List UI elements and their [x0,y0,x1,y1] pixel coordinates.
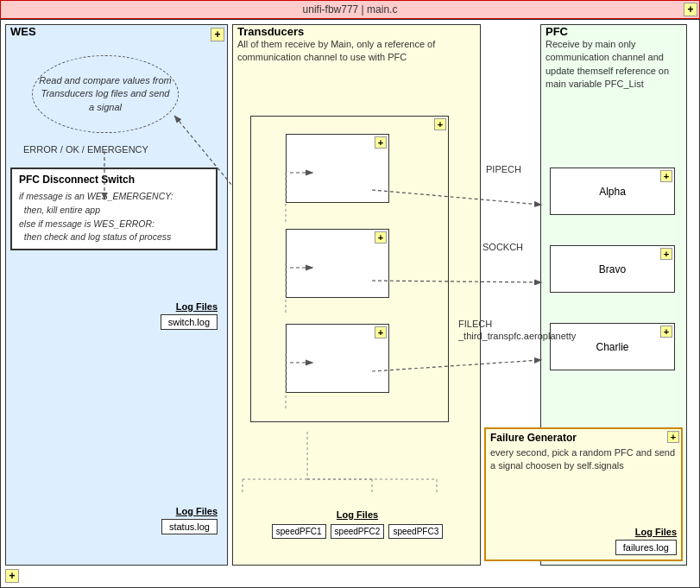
failure-logfiles: Log Files failures.log [615,527,677,555]
alpha-plus-button[interactable]: + [660,170,672,182]
transducer-outer-plus-button[interactable]: + [434,118,446,130]
failure-title: Failure Generator [486,429,681,446]
pfc-disconnect-box: PFC Disconnect Switch if message is an W… [10,168,218,250]
trans-logfiles-title: Log Files [250,509,464,520]
switch-log-box: switch.log [161,314,218,330]
transducers-desc: All of them receive by Main, only a refe… [233,38,480,67]
wes-title: WES [6,22,41,41]
pfc-disconnect-text: if message is an WES_EMERGENCY: then, ki… [19,190,209,244]
wes-logfiles1-title: Log Files [10,301,218,312]
transducer-box-1: + [286,134,389,203]
wes-ellipse-text: Read and compare values from Transducers… [33,70,178,118]
filechan-label: FILECH _third_transpfc.aeroplanetty [458,318,576,343]
speedpfc2-log: speedPFC2 [331,524,385,539]
pfc-disconnect-title: PFC Disconnect Switch [19,174,209,186]
failure-generator-panel: + Failure Generator every second, pick a… [484,427,683,561]
wes-signal-label: ERROR / OK / EMERGENCY [23,144,148,155]
alpha-label: Alpha [599,186,626,198]
bravo-label: Bravo [599,263,626,275]
main-area: WES + Read and compare values from Trans… [0,19,700,588]
charlie-plus-button[interactable]: + [660,326,672,338]
charlie-label: Charlie [596,341,628,353]
tbox3-plus-button[interactable]: + [375,326,387,338]
status-log-box: status.log [161,519,218,534]
window-title: unifi-fbw777 | main.c [303,3,398,16]
title-plus-button[interactable]: + [684,3,697,16]
transducer-outer-container: + + + + [250,116,449,422]
bravo-plus-button[interactable]: + [660,248,672,260]
pipech-label: PIPECH [486,164,521,174]
transducer-box-3: + [286,324,389,393]
failure-desc: every second, pick a random PFC and send… [486,446,681,476]
trans-log-boxes: speedPFC1 speedPFC2 speedPFC3 [250,524,464,539]
failure-plus-button[interactable]: + [667,431,679,443]
alpha-box: + Alpha [550,168,675,215]
speedpfc3-log: speedPFC3 [388,524,443,539]
failure-logfiles-title: Log Files [615,527,677,537]
transducers-logfiles: Log Files speedPFC1 speedPFC2 speedPFC3 [250,509,464,539]
failures-log-box: failures.log [615,540,677,555]
wes-logfiles2: Log Files status.log [10,506,218,534]
tbox1-plus-button[interactable]: + [375,136,387,149]
pfc-desc: Receive by main only communication chann… [541,38,686,94]
wes-ellipse: Read and compare values from Transducers… [32,55,179,133]
bottom-plus-button[interactable]: + [5,569,19,583]
transducer-box-2: + [286,229,389,298]
bravo-box: + Bravo [550,245,675,293]
wes-logfiles2-title: Log Files [10,506,218,516]
wes-panel: WES + Read and compare values from Trans… [5,24,228,566]
wes-plus-button[interactable]: + [211,28,224,41]
sockch-label: SOCKCH [482,242,523,252]
speedpfc1-log: speedPFC1 [272,524,326,539]
transducers-panel: Transducers All of them receive by Main,… [232,24,481,566]
tbox2-plus-button[interactable]: + [375,231,387,243]
title-bar: unifi-fbw777 | main.c + [0,0,700,19]
wes-logfiles1: Log Files switch.log [10,301,218,330]
